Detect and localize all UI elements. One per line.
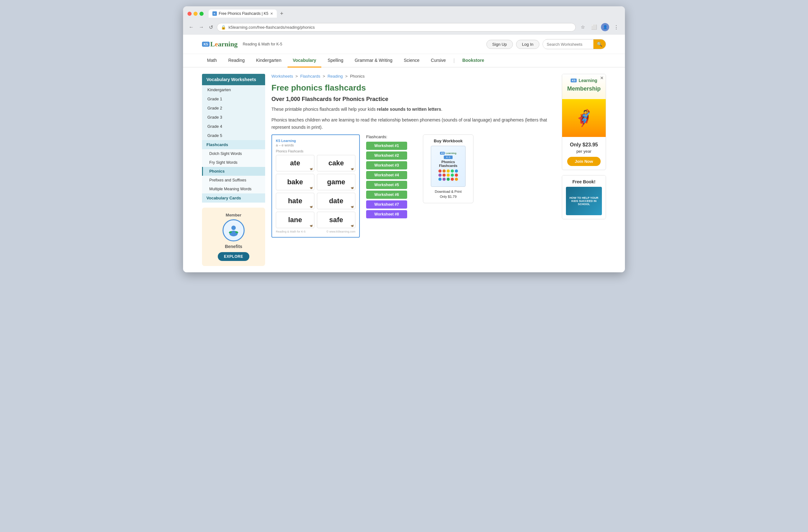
page-content: K5 Learning Reading & Math for K-5 Sign … bbox=[183, 35, 625, 272]
fc-word-game: game🦋 bbox=[317, 174, 355, 190]
search-bar: 🔍 bbox=[543, 39, 606, 49]
back-button[interactable]: ← bbox=[187, 23, 195, 31]
ad-logo-area: K5 Learning bbox=[566, 78, 602, 83]
sidebar-item-grade3[interactable]: Grade 3 bbox=[202, 113, 265, 122]
ad-per-year: per year bbox=[566, 149, 602, 154]
workbook-cover: K5 Learning K-3 PhonicsFlashcards bbox=[431, 146, 465, 187]
worksheet-7-button[interactable]: Worksheet #7 bbox=[366, 200, 407, 208]
worksheets-label: Flashcards: bbox=[366, 134, 417, 139]
maximize-button[interactable] bbox=[200, 12, 204, 16]
sidebar-item-grade5[interactable]: Grade 5 bbox=[202, 131, 265, 140]
forward-button[interactable]: → bbox=[198, 23, 205, 31]
nav-science[interactable]: Science bbox=[399, 54, 424, 68]
menu-icon[interactable]: ⋮ bbox=[612, 23, 621, 32]
sidebar-item-kindergarten[interactable]: Kindergarten bbox=[202, 85, 265, 94]
tab-title: Free Phonics Flashcards | K5 bbox=[219, 11, 268, 16]
header-actions: Sign Up Log In 🔍 bbox=[486, 39, 606, 49]
worksheet-4-button[interactable]: Worksheet #4 bbox=[366, 171, 407, 179]
fc-word-date: date🦋 bbox=[317, 193, 355, 209]
worksheet-6-button[interactable]: Worksheet #6 bbox=[366, 190, 407, 199]
nav-grammar[interactable]: Grammar & Writing bbox=[350, 54, 398, 68]
nav-divider: | bbox=[452, 58, 456, 63]
fc-subtitle: a – e words bbox=[276, 143, 355, 147]
join-now-button[interactable]: Join Now bbox=[567, 157, 601, 166]
refresh-button[interactable]: ↺ bbox=[208, 23, 214, 32]
new-tab-button[interactable]: + bbox=[278, 11, 285, 17]
ad-membership-title: Membership bbox=[566, 86, 602, 92]
breadcrumb-reading[interactable]: Reading bbox=[328, 74, 343, 78]
logo[interactable]: K5 Learning bbox=[202, 40, 238, 48]
sidebar-item-grade4[interactable]: Grade 4 bbox=[202, 122, 265, 131]
fc-word-safe: safe🦋 bbox=[317, 212, 355, 228]
breadcrumb-flashcards[interactable]: Flashcards bbox=[300, 74, 320, 78]
nav-vocabulary[interactable]: Vocabulary bbox=[288, 54, 321, 68]
breadcrumb-worksheets[interactable]: Worksheets bbox=[272, 74, 293, 78]
explore-button[interactable]: EXPLORE bbox=[218, 252, 250, 261]
workbook-price: Download & PrintOnly $1.79 bbox=[427, 189, 469, 199]
nav-spelling[interactable]: Spelling bbox=[323, 54, 348, 68]
profile-avatar[interactable]: 👤 bbox=[601, 23, 609, 31]
close-button[interactable] bbox=[187, 12, 191, 16]
toolbar-actions: ☆ ⬜ 👤 ⋮ bbox=[578, 23, 621, 32]
address-bar[interactable]: 🔒 k5learning.com/free-flashcards/reading… bbox=[217, 23, 576, 32]
sidebar-item-phonics[interactable]: Phonics bbox=[202, 167, 265, 176]
ad-price: Only $23.95 bbox=[566, 142, 602, 148]
sidebar-item-prefixes[interactable]: Prefixes and Suffixes bbox=[202, 176, 265, 185]
svg-point-0 bbox=[231, 226, 236, 230]
nav-bookstore[interactable]: Bookstore bbox=[457, 54, 489, 68]
breadcrumb-sep2: > bbox=[323, 74, 325, 78]
sidebar-item-multiple-meaning[interactable]: Multiple Meaning Words bbox=[202, 185, 265, 194]
freebook-ad: Free Book! HOW TO HELP YOUR KIDS SUCCEED… bbox=[562, 175, 606, 219]
ad-kid-image: 🦸 bbox=[562, 99, 606, 137]
ad-membership-content: K5 Learning Membership bbox=[562, 74, 606, 99]
sidebar-flashcards-label[interactable]: Flashcards bbox=[202, 140, 265, 149]
breadcrumb-sep1: > bbox=[295, 74, 298, 78]
tab-bar: K Free Phonics Flashcards | K5 ✕ + bbox=[209, 10, 621, 18]
fc-footer-left: Reading & Math for K-5 bbox=[276, 230, 306, 233]
sidebar-vocab-cards-label[interactable]: Vocabulary Cards bbox=[202, 194, 265, 203]
workbook-box: Buy Workbook K5 Learning K-3 PhonicsFlas… bbox=[423, 134, 474, 203]
page-title: Free phonics flashcards bbox=[272, 83, 555, 93]
sidebar-header: Vocabulary Worksheets bbox=[202, 74, 265, 85]
search-input[interactable] bbox=[543, 40, 593, 49]
wb-grade-badge: K-3 bbox=[444, 155, 453, 159]
worksheet-5-button[interactable]: Worksheet #5 bbox=[366, 181, 407, 189]
sidebar-item-grade1[interactable]: Grade 1 bbox=[202, 94, 265, 104]
sidebar-item-dolch[interactable]: Dolch Sight Words bbox=[202, 149, 265, 158]
minimize-button[interactable] bbox=[194, 12, 198, 16]
member-benefits-label: Benefits bbox=[207, 244, 260, 249]
nav-math[interactable]: Math bbox=[202, 54, 222, 68]
member-figure-icon bbox=[227, 224, 240, 237]
search-button[interactable]: 🔍 bbox=[593, 39, 606, 49]
signup-button[interactable]: Sign Up bbox=[486, 40, 513, 49]
fc-type-label: Phonics Flashcards bbox=[276, 150, 355, 153]
nav-kindergarten[interactable]: Kindergarten bbox=[251, 54, 286, 68]
extensions-icon[interactable]: ⬜ bbox=[590, 23, 599, 32]
browser-window: K Free Phonics Flashcards | K5 ✕ + ← → ↺… bbox=[183, 6, 625, 272]
worksheet-8-button[interactable]: Worksheet #8 bbox=[366, 210, 407, 218]
lock-icon: 🔒 bbox=[221, 25, 226, 30]
login-button[interactable]: Log In bbox=[516, 40, 539, 49]
member-circle bbox=[222, 219, 245, 241]
workbook-title: Buy Workbook bbox=[427, 139, 469, 143]
ad-close-icon[interactable]: ✕ bbox=[600, 75, 604, 80]
worksheet-2-button[interactable]: Worksheet #2 bbox=[366, 151, 407, 160]
book-cover-image: HOW TO HELP YOUR KIDS SUCCEED IN SCHOOL bbox=[566, 187, 602, 215]
member-benefits-box: Member Benefits EXPLORE bbox=[202, 208, 265, 266]
traffic-lights bbox=[187, 12, 204, 16]
breadcrumb-sep3: > bbox=[345, 74, 348, 78]
tab-close-icon[interactable]: ✕ bbox=[270, 12, 273, 16]
active-tab[interactable]: K Free Phonics Flashcards | K5 ✕ bbox=[209, 10, 277, 18]
nav-cursive[interactable]: Cursive bbox=[426, 54, 451, 68]
worksheet-3-button[interactable]: Worksheet #3 bbox=[366, 161, 407, 169]
sidebar-item-grade2[interactable]: Grade 2 bbox=[202, 104, 265, 113]
sidebar-item-fry[interactable]: Fry Sight Words bbox=[202, 158, 265, 167]
ad-learning-text: Learning bbox=[579, 78, 597, 83]
wb-logo: K5 Learning bbox=[440, 152, 456, 154]
worksheet-1-button[interactable]: Worksheet #1 bbox=[366, 142, 407, 150]
content-main: K5 Learning a – e words Phonics Flashcar… bbox=[272, 134, 555, 238]
nav-reading[interactable]: Reading bbox=[223, 54, 250, 68]
ad-price-area: Only $23.95 per year Join Now bbox=[562, 140, 606, 170]
bookmark-icon[interactable]: ☆ bbox=[578, 23, 587, 32]
fc-words-grid: ate🦋 cake🦋 bake🦋 game🦋 hate🦋 date🦋 lane🦋… bbox=[276, 155, 355, 228]
